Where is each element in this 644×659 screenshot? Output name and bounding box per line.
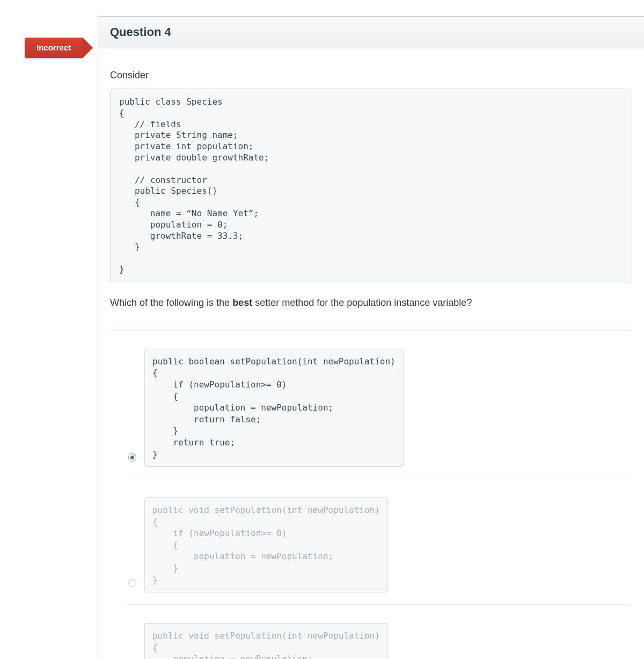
answer-code: public void setPopulation(int newPopulat… [144, 623, 388, 659]
question-header: Question 4 [98, 16, 644, 48]
radio-col [126, 453, 138, 467]
question-title: Question 4 [110, 25, 632, 39]
intro-text: Consider [110, 70, 632, 81]
question-body: Consider public class Species { // field… [98, 48, 644, 659]
result-badge-wrap: Incorrect [25, 38, 83, 58]
stem-bold: best [232, 297, 252, 308]
radio-col [126, 579, 138, 592]
answers-list: public boolean setPopulation(int newPopu… [110, 342, 632, 659]
answer-option[interactable]: public void setPopulation(int newPopulat… [126, 491, 632, 605]
stem-before: Which of the following is the [110, 297, 232, 308]
page: Incorrect Question 4 Consider public cla… [0, 16, 644, 659]
answer-code: public void setPopulation(int newPopulat… [144, 497, 388, 592]
question-stem: Which of the following is the best sette… [110, 297, 632, 309]
answer-option[interactable]: public boolean setPopulation(int newPopu… [126, 342, 632, 479]
result-badge: Incorrect [25, 38, 83, 58]
radio-icon[interactable] [128, 453, 136, 462]
answers-divider [110, 330, 632, 331]
answer-code: public boolean setPopulation(int newPopu… [144, 349, 404, 467]
radio-icon[interactable] [128, 579, 136, 587]
stem-after: setter method for the population instanc… [252, 297, 472, 308]
question-code: public class Species { // fields private… [110, 89, 632, 283]
content-column: Question 4 Consider public class Species… [98, 16, 644, 659]
answer-option[interactable]: public void setPopulation(int newPopulat… [126, 617, 632, 659]
